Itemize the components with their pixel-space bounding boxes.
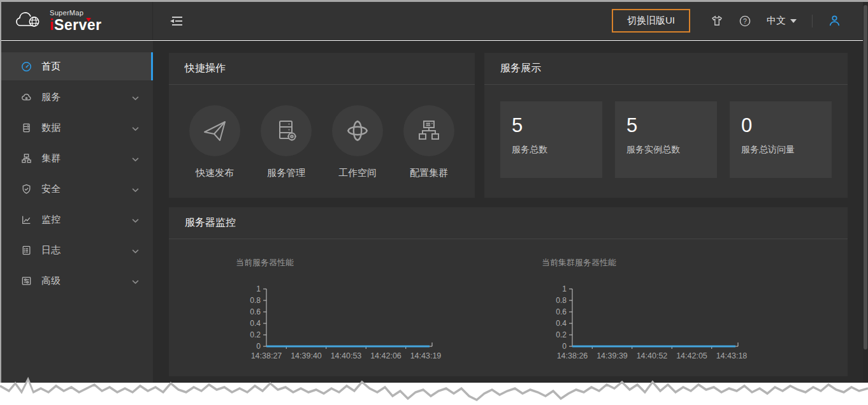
- service-display-title: 服务展示: [484, 53, 848, 85]
- chart-title: 当前服务器性能: [236, 257, 542, 269]
- stat-card-total-services[interactable]: 5 服务总数: [500, 101, 602, 178]
- sidebar-item-label: 高级: [41, 275, 61, 287]
- top-bar-actions: 切换旧版UI ? 中文: [612, 9, 841, 33]
- sidebar-item-label: 数据: [41, 122, 61, 134]
- collapse-sidebar-icon[interactable]: [169, 15, 184, 27]
- help-icon[interactable]: ?: [739, 15, 751, 27]
- supermap-cloud-logo-icon: [14, 10, 43, 32]
- server-monitor-title: 服务器监控: [169, 207, 848, 239]
- switch-old-ui-button[interactable]: 切换旧版UI: [612, 9, 690, 33]
- chevron-down-icon: [132, 184, 139, 195]
- sidebar-item-home[interactable]: 首页: [1, 52, 153, 80]
- cluster-icon: [20, 152, 32, 164]
- svg-text:0: 0: [256, 342, 261, 351]
- brand-supermap: SuperMap: [50, 10, 102, 17]
- server-monitor-panel: 服务器监控 当前服务器性能 00.20.40.60.8114:38:2714:3…: [169, 207, 848, 376]
- cloud-service-icon: [20, 91, 32, 103]
- svg-text:14:38:27: 14:38:27: [251, 351, 282, 360]
- server-gear-icon: [261, 105, 312, 156]
- chevron-down-icon: [132, 245, 139, 256]
- svg-text:0.8: 0.8: [250, 296, 261, 305]
- chevron-down-icon: [132, 122, 139, 133]
- stat-value: 5: [512, 114, 602, 137]
- brand-iserver: iServer: [50, 17, 102, 33]
- sidebar-item-label: 首页: [41, 61, 61, 73]
- svg-text:14:39:40: 14:39:40: [291, 351, 322, 360]
- svg-text:14:39:39: 14:39:39: [597, 351, 628, 360]
- quick-action-publish[interactable]: 快速发布: [185, 105, 244, 179]
- svg-text:14:38:26: 14:38:26: [557, 351, 588, 360]
- svg-text:14:42:05: 14:42:05: [676, 351, 707, 360]
- sidebar-item-security[interactable]: 安全: [1, 175, 153, 203]
- chevron-down-icon: [132, 214, 139, 225]
- sidebar-item-label: 服务: [41, 91, 61, 103]
- monitor-chart-icon: [20, 214, 32, 225]
- database-icon: [20, 122, 32, 133]
- cluster-performance-chart: 当前集群服务器性能 00.20.40.60.8114:38:2614:39:39…: [542, 257, 848, 373]
- chevron-down-icon: [132, 276, 139, 286]
- sidebar-nav: 首页 服务: [1, 41, 153, 295]
- language-dropdown[interactable]: 中文: [767, 15, 797, 27]
- server-performance-chart: 当前服务器性能 00.20.40.60.8114:38:2714:39:4014…: [236, 257, 542, 373]
- brand-red-triangle: [86, 18, 91, 22]
- theme-skin-icon[interactable]: [711, 15, 723, 27]
- quick-action-label: 工作空间: [338, 167, 377, 179]
- quick-actions-title: 快捷操作: [169, 53, 475, 85]
- cluster-tree-icon: [403, 105, 454, 156]
- sidebar-item-cluster[interactable]: 集群: [1, 144, 153, 172]
- sidebar-item-logs[interactable]: 日志: [1, 236, 153, 264]
- window-border-top: [0, 0, 868, 2]
- svg-text:0.6: 0.6: [556, 307, 567, 316]
- cluster-performance-plot: 00.20.40.60.8114:38:2614:39:3914:40:5214…: [542, 281, 848, 373]
- sidebar-item-data[interactable]: 数据: [1, 114, 153, 142]
- quick-actions-panel: 快捷操作 快速发布: [169, 53, 475, 198]
- user-icon[interactable]: [828, 14, 841, 27]
- svg-text:0.2: 0.2: [250, 330, 261, 339]
- stat-label: 服务总访问量: [741, 144, 832, 156]
- chevron-down-icon: [132, 153, 139, 164]
- dashboard-icon: [20, 61, 32, 72]
- svg-text:14:40:53: 14:40:53: [331, 351, 362, 360]
- quick-action-label: 服务管理: [267, 167, 305, 179]
- paper-plane-icon: [189, 105, 240, 156]
- svg-text:14:42:06: 14:42:06: [370, 351, 401, 360]
- stat-card-total-visits[interactable]: 0 服务总访问量: [730, 101, 832, 178]
- top-bar-main: 切换旧版UI ? 中文: [153, 2, 868, 40]
- stat-value: 0: [741, 114, 832, 137]
- window-border-left: [0, 0, 1, 383]
- orbit-icon: [332, 105, 383, 156]
- service-display-panel: 服务展示 5 服务总数 5 服务实例总数 0 服务总访问量: [484, 53, 848, 198]
- stat-card-total-instances[interactable]: 5 服务实例总数: [615, 101, 717, 178]
- caret-down-icon: [790, 19, 797, 23]
- sidebar-item-services[interactable]: 服务: [1, 83, 153, 111]
- sidebar-item-label: 集群: [41, 152, 61, 165]
- logo[interactable]: SuperMap iServer: [1, 2, 153, 40]
- quick-action-label: 快速发布: [196, 167, 234, 179]
- svg-text:0.8: 0.8: [556, 296, 567, 305]
- svg-text:0.6: 0.6: [250, 307, 261, 316]
- language-label: 中文: [767, 15, 786, 27]
- svg-text:14:40:52: 14:40:52: [637, 351, 668, 360]
- brand-text: SuperMap iServer: [50, 10, 102, 33]
- sidebar-item-advanced[interactable]: 高级: [1, 267, 153, 295]
- vertical-scrollbar-thumb[interactable]: [864, 5, 867, 350]
- sidebar: 首页 服务: [1, 41, 153, 383]
- chevron-down-icon: [132, 92, 139, 103]
- log-icon: [20, 244, 32, 256]
- quick-action-configure-cluster[interactable]: 配置集群: [400, 105, 458, 179]
- svg-text:14:43:19: 14:43:19: [410, 351, 442, 360]
- chart-title: 当前集群服务器性能: [542, 257, 848, 269]
- sidebar-item-monitor[interactable]: 监控: [1, 205, 153, 233]
- sidebar-item-label: 监控: [41, 214, 61, 226]
- svg-text:14:43:18: 14:43:18: [716, 351, 748, 360]
- stat-value: 5: [626, 114, 717, 137]
- svg-text:0.4: 0.4: [250, 319, 261, 328]
- quick-action-service-management[interactable]: 服务管理: [257, 105, 315, 179]
- svg-text:0: 0: [562, 342, 567, 351]
- stat-label: 服务总数: [512, 144, 602, 156]
- vertical-scrollbar-track[interactable]: [863, 2, 868, 383]
- svg-text:1: 1: [256, 284, 261, 293]
- quick-action-workspace[interactable]: 工作空间: [328, 105, 387, 179]
- top-bar: SuperMap iServer 切换旧版UI: [1, 2, 868, 40]
- sidebar-item-label: 安全: [41, 183, 61, 195]
